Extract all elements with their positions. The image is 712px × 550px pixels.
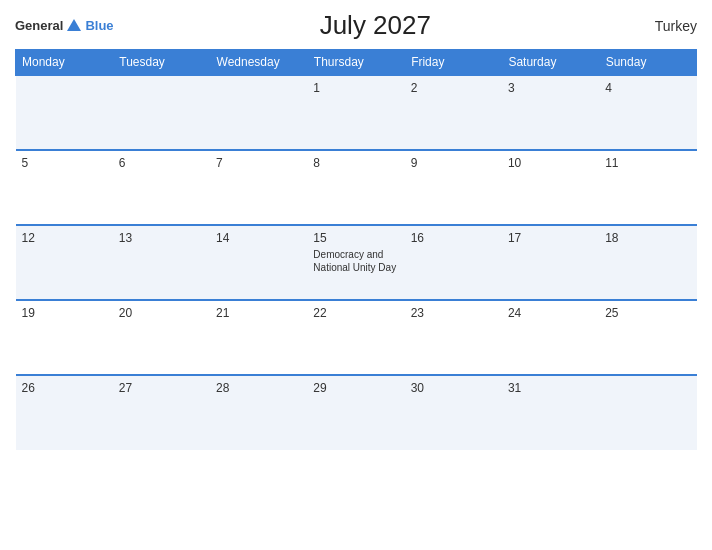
day-number: 2	[411, 81, 496, 95]
day-number: 11	[605, 156, 690, 170]
day-number: 23	[411, 306, 496, 320]
day-number: 16	[411, 231, 496, 245]
calendar-title: July 2027	[114, 10, 637, 41]
day-number: 28	[216, 381, 301, 395]
header-sunday: Sunday	[599, 50, 696, 76]
calendar-cell: 2	[405, 75, 502, 150]
country-label: Turkey	[637, 18, 697, 34]
day-number: 12	[22, 231, 107, 245]
day-number: 21	[216, 306, 301, 320]
calendar-cell: 17	[502, 225, 599, 300]
calendar-cell: 26	[16, 375, 113, 450]
header-wednesday: Wednesday	[210, 50, 307, 76]
logo-triangle-icon	[67, 19, 81, 31]
calendar-cell: 20	[113, 300, 210, 375]
day-number: 17	[508, 231, 593, 245]
calendar-cell: 23	[405, 300, 502, 375]
calendar-cell: 19	[16, 300, 113, 375]
calendar-cell: 28	[210, 375, 307, 450]
logo: General Blue	[15, 17, 114, 35]
day-number: 30	[411, 381, 496, 395]
day-number: 24	[508, 306, 593, 320]
header-friday: Friday	[405, 50, 502, 76]
day-number: 3	[508, 81, 593, 95]
calendar-cell: 25	[599, 300, 696, 375]
day-number: 8	[313, 156, 398, 170]
weekday-header-row: Monday Tuesday Wednesday Thursday Friday…	[16, 50, 697, 76]
calendar-cell: 1	[307, 75, 404, 150]
calendar-cell: 4	[599, 75, 696, 150]
calendar-cell	[210, 75, 307, 150]
day-number: 25	[605, 306, 690, 320]
calendar-cell: 5	[16, 150, 113, 225]
day-number: 13	[119, 231, 204, 245]
calendar-cell: 31	[502, 375, 599, 450]
day-number: 31	[508, 381, 593, 395]
day-number: 15	[313, 231, 398, 245]
day-number: 27	[119, 381, 204, 395]
calendar-page: General Blue July 2027 Turkey Monday Tue…	[0, 0, 712, 550]
calendar-body: 123456789101112131415Democracy and Natio…	[16, 75, 697, 450]
event-label: Democracy and National Unity Day	[313, 248, 398, 274]
calendar-table: Monday Tuesday Wednesday Thursday Friday…	[15, 49, 697, 450]
day-number: 5	[22, 156, 107, 170]
logo-blue-text: Blue	[85, 18, 113, 33]
calendar-week-row: 19202122232425	[16, 300, 697, 375]
day-number: 18	[605, 231, 690, 245]
header-tuesday: Tuesday	[113, 50, 210, 76]
day-number: 4	[605, 81, 690, 95]
header-thursday: Thursday	[307, 50, 404, 76]
calendar-cell: 27	[113, 375, 210, 450]
calendar-cell: 3	[502, 75, 599, 150]
day-number: 14	[216, 231, 301, 245]
day-number: 29	[313, 381, 398, 395]
calendar-week-row: 1234	[16, 75, 697, 150]
calendar-week-row: 12131415Democracy and National Unity Day…	[16, 225, 697, 300]
logo-general-text: General	[15, 18, 63, 33]
calendar-cell: 14	[210, 225, 307, 300]
calendar-cell	[599, 375, 696, 450]
day-number: 20	[119, 306, 204, 320]
day-number: 7	[216, 156, 301, 170]
calendar-cell: 7	[210, 150, 307, 225]
calendar-cell: 8	[307, 150, 404, 225]
calendar-cell: 6	[113, 150, 210, 225]
calendar-week-row: 262728293031	[16, 375, 697, 450]
calendar-cell: 16	[405, 225, 502, 300]
calendar-cell: 9	[405, 150, 502, 225]
calendar-cell: 22	[307, 300, 404, 375]
day-number: 1	[313, 81, 398, 95]
calendar-cell: 13	[113, 225, 210, 300]
calendar-cell	[16, 75, 113, 150]
day-number: 19	[22, 306, 107, 320]
day-number: 22	[313, 306, 398, 320]
calendar-cell: 29	[307, 375, 404, 450]
calendar-cell: 24	[502, 300, 599, 375]
calendar-cell: 15Democracy and National Unity Day	[307, 225, 404, 300]
day-number: 26	[22, 381, 107, 395]
header-saturday: Saturday	[502, 50, 599, 76]
calendar-cell: 11	[599, 150, 696, 225]
day-number: 10	[508, 156, 593, 170]
day-number: 6	[119, 156, 204, 170]
calendar-cell	[113, 75, 210, 150]
calendar-cell: 10	[502, 150, 599, 225]
calendar-cell: 12	[16, 225, 113, 300]
header-monday: Monday	[16, 50, 113, 76]
calendar-cell: 18	[599, 225, 696, 300]
calendar-cell: 30	[405, 375, 502, 450]
calendar-week-row: 567891011	[16, 150, 697, 225]
header: General Blue July 2027 Turkey	[15, 10, 697, 41]
calendar-cell: 21	[210, 300, 307, 375]
day-number: 9	[411, 156, 496, 170]
